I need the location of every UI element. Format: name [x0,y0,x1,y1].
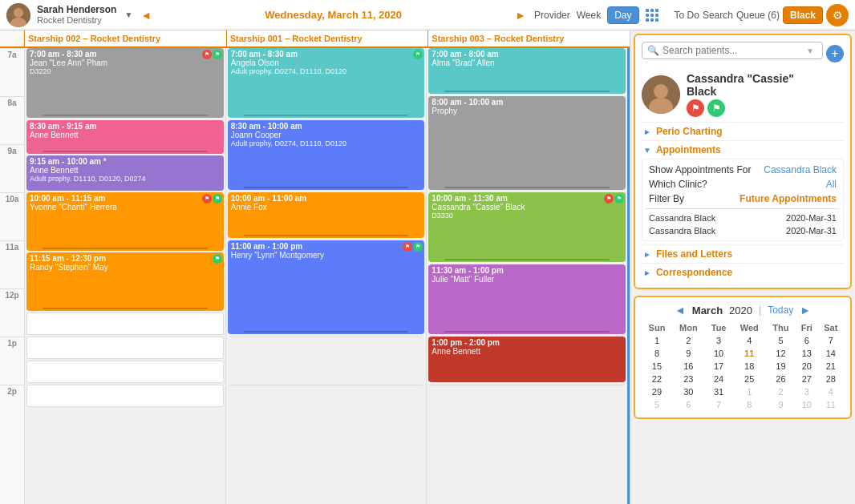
cal-day-1-0[interactable]: 8 [642,347,672,360]
appointment-a4[interactable]: ⚑ ⚑ 10:00 am - 11:15 am Yvonne "Chanti" … [26,192,224,251]
cal-day-0-6[interactable]: 7 [818,334,844,347]
cal-day-4-4[interactable]: 2 [766,385,796,398]
prev-date-button[interactable]: ◄ [140,9,152,22]
add-patient-button[interactable]: + [826,45,844,62]
cal-day-2-4[interactable]: 19 [766,360,796,373]
appointment-b3[interactable]: 10:00 am - 11:00 am Annie Fox [228,192,425,238]
empty-slot-a7[interactable] [26,337,224,359]
cal-day-3-0[interactable]: 22 [642,373,672,385]
appointment-a5[interactable]: ⚑ 11:15 am - 12:30 pm Randy "Stephen" Ma… [26,252,224,311]
cal-day-1-3[interactable]: 11 [733,347,766,360]
cal-day-4-6[interactable]: 4 [818,385,844,398]
appointment-a2[interactable]: 8:30 am - 9:15 am Anne Bennett [26,120,224,154]
files-letters-section[interactable]: ► Files and Letters [642,244,844,263]
appointment-a1[interactable]: ⚑ ⚑ 7:00 am - 8:30 am Jean "Lee Ann" Pha… [26,48,224,118]
next-month-button[interactable]: ► [800,304,811,317]
cal-day-5-1[interactable]: 6 [672,398,705,411]
cal-day-5-3[interactable]: 8 [733,398,766,411]
filter-by-value[interactable]: Future Appointments [740,193,837,204]
flag-green-a4: ⚑ [213,194,222,204]
cal-day-0-1[interactable]: 2 [672,334,705,347]
cal-day-5-4[interactable]: 9 [766,398,796,411]
cal-day-1-6[interactable]: 14 [818,347,844,360]
cal-day-3-2[interactable]: 24 [705,373,733,385]
cal-day-1-1[interactable]: 9 [672,347,705,360]
appointment-c2[interactable]: 8:00 am - 10:00 am Prophy [428,96,626,190]
appointment-entry-2[interactable]: Cassandra Black 2020-Mar-31 [646,224,840,237]
cal-day-3-6[interactable]: 28 [818,373,844,385]
cal-day-0-2[interactable]: 3 [705,334,733,347]
cal-day-0-0[interactable]: 1 [642,334,672,347]
cal-day-3-5[interactable]: 27 [796,373,818,385]
cal-day-0-5[interactable]: 6 [796,334,818,347]
cal-day-5-2[interactable]: 7 [705,398,733,411]
appt-flags-c3: ⚑ ⚑ [604,194,624,204]
appointment-entry-1[interactable]: Cassandra Black 2020-Mar-31 [646,212,840,224]
cal-day-3-1[interactable]: 23 [672,373,705,385]
next-date-button[interactable]: ► [515,9,526,22]
cal-day-1-2[interactable]: 10 [705,347,733,360]
cal-day-3-4[interactable]: 26 [766,373,796,385]
appointment-c5[interactable]: 1:00 pm - 2:00 pm Anne Bennett [428,337,626,382]
provider-columns: ⚑ ⚑ 7:00 am - 8:30 am Jean "Lee Ann" Pha… [24,48,630,504]
search-dropdown-icon[interactable]: ▼ [806,46,814,55]
cal-day-2-6[interactable]: 21 [818,360,844,373]
cal-day-4-3[interactable]: 1 [733,385,766,398]
cal-day-1-5[interactable]: 13 [796,347,818,360]
clinic-name-0: Starship 002 – Rocket Dentistry [28,34,223,43]
day-view-button[interactable]: Day [607,6,638,24]
user-dropdown-icon[interactable]: ▼ [124,10,132,19]
black-button[interactable]: Black [783,6,823,24]
patient-flag-red[interactable]: ⚑ [687,99,704,117]
week-view-button[interactable]: Week [577,10,601,21]
cal-header-sun: Sun [642,321,672,334]
appt-time-c3: 10:00 am - 11:30 am [432,194,622,203]
provider-view-button[interactable]: Provider [534,10,570,21]
appointment-b4[interactable]: ⚑ ⚑ 11:00 am - 1:00 pm Henry "Lynn" Mont… [228,240,425,334]
appointments-section-header[interactable]: ▼ Appointments [642,140,844,159]
cal-day-4-0[interactable]: 29 [642,385,672,398]
user-avatar[interactable] [6,3,30,27]
perio-charting-section[interactable]: ► Perio Charting [642,122,844,140]
appointment-c3[interactable]: ⚑ ⚑ 10:00 am - 11:30 am Cassandra "Cassi… [428,192,626,262]
appointment-c4[interactable]: 11:30 am - 1:00 pm Julie "Matt" Fuller [428,264,626,334]
appointment-c1[interactable]: 7:00 am - 8:00 am Alma "Brad" Allen [428,48,626,94]
cal-day-2-5[interactable]: 20 [796,360,818,373]
correspondence-section[interactable]: ► Correspondence [642,263,844,281]
empty-slot-a6[interactable] [26,312,224,335]
cal-day-2-1[interactable]: 16 [672,360,705,373]
search-button[interactable]: Search [703,10,733,21]
appt-entry-date-1: 2020-Mar-31 [786,213,837,223]
cal-day-3-3[interactable]: 25 [733,373,766,385]
empty-slot-a9[interactable] [26,385,224,407]
cal-day-0-3[interactable]: 4 [733,334,766,347]
empty-slot-a8[interactable] [26,361,224,383]
cal-day-4-2[interactable]: 31 [705,385,733,398]
patient-search-input[interactable] [663,45,803,56]
prev-month-button[interactable]: ◄ [675,304,686,317]
user-menu-button[interactable]: ⚙ [826,4,849,26]
appointment-a3[interactable]: 9:15 am - 10:00 am * Anne Bennett Adult … [26,155,224,191]
which-clinic-value[interactable]: All [826,179,837,190]
cal-day-5-6[interactable]: 11 [818,398,844,411]
cal-day-4-5[interactable]: 3 [796,385,818,398]
calendar-month: March [692,304,723,317]
appointment-b2[interactable]: 8:30 am - 10:00 am Joann Cooper Adult pr… [228,120,425,190]
cal-day-4-1[interactable]: 30 [672,385,705,398]
patient-flag-green[interactable]: ⚑ [707,99,725,117]
cal-day-2-3[interactable]: 18 [733,360,766,373]
today-button[interactable]: Today [768,304,793,316]
grid-view-button[interactable] [646,9,658,22]
cal-day-2-2[interactable]: 17 [705,360,733,373]
cal-day-0-4[interactable]: 5 [766,334,796,347]
cal-header-sat: Sat [818,321,844,334]
cal-day-2-0[interactable]: 15 [642,360,672,373]
patient-search-bar[interactable]: 🔍 ▼ [642,42,823,59]
show-for-value[interactable]: Cassandra Black [764,164,837,175]
cal-day-1-4[interactable]: 12 [766,347,796,360]
todo-button[interactable]: To Do [675,10,699,21]
queue-button[interactable]: Queue (6) [736,10,780,21]
cal-day-5-5[interactable]: 10 [796,398,818,411]
cal-day-5-0[interactable]: 5 [642,398,672,411]
appointment-b1[interactable]: ⚑ 7:00 am - 8:30 am Angela Olson Adult p… [228,48,425,118]
